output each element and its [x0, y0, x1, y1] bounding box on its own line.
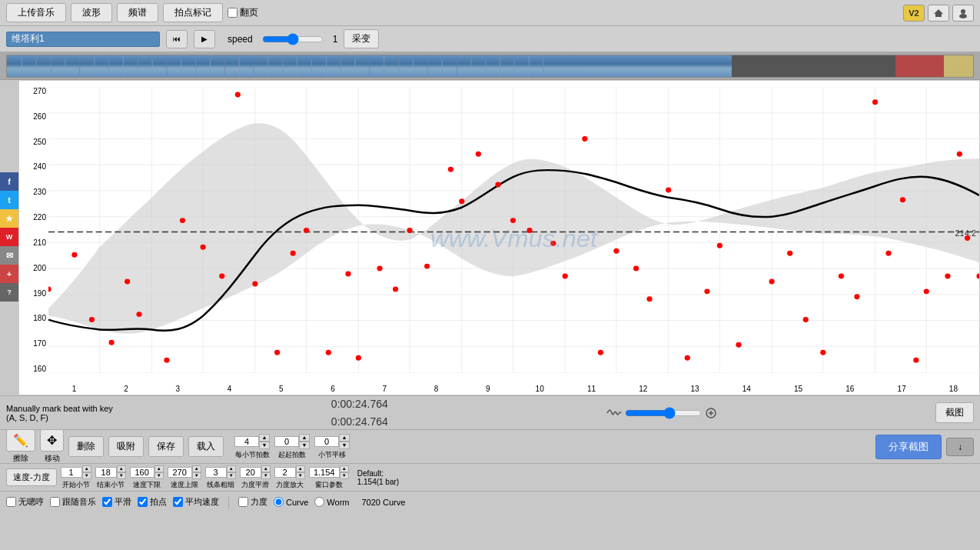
line-width-down[interactable]: ▼: [227, 472, 236, 479]
no-vocal-check-group[interactable]: 无嗯哼: [6, 496, 44, 508]
line-width-input[interactable]: [205, 467, 227, 478]
home-button[interactable]: [928, 5, 949, 22]
song-name-input[interactable]: [6, 32, 160, 47]
mail-btn[interactable]: ✉: [0, 246, 18, 265]
prev-btn[interactable]: ⏮: [166, 30, 188, 48]
attach-btn[interactable]: 吸附: [108, 436, 144, 457]
play-btn[interactable]: ▶: [194, 30, 215, 48]
worm-radio[interactable]: [314, 497, 324, 507]
beats-down[interactable]: ▼: [259, 442, 270, 449]
erase-btn[interactable]: ✏️: [6, 429, 35, 452]
force-smooth-down[interactable]: ▼: [261, 472, 271, 479]
end-bar-up[interactable]: ▲: [117, 465, 126, 472]
bar-offset-up[interactable]: ▲: [339, 434, 350, 442]
bottom-row2: 速度-力度 ▲ ▼ 开始小节 ▲ ▼ 结束小节 ▲ ▼: [0, 463, 980, 491]
force-smooth-up[interactable]: ▲: [261, 465, 271, 472]
down-btn[interactable]: ↓: [946, 438, 974, 456]
avg-speed-check-group[interactable]: 平均速度: [173, 496, 219, 508]
curve-radio-group[interactable]: Curve: [274, 497, 308, 507]
erase-label: 擦除: [13, 453, 28, 464]
speed-max-input[interactable]: [168, 467, 192, 478]
wave-slider[interactable]: [625, 407, 702, 419]
svg-point-2: [959, 14, 967, 18]
speed-min-up[interactable]: ▲: [154, 465, 164, 472]
upload-btn[interactable]: 上传音乐: [6, 3, 66, 22]
default-value: 1.154(1 bar): [357, 478, 399, 486]
twitter-btn[interactable]: t: [0, 191, 18, 209]
end-bar-input[interactable]: [95, 467, 117, 478]
start-beat-up[interactable]: ▲: [299, 434, 310, 442]
beats-up[interactable]: ▲: [259, 434, 270, 442]
force-amplify-input[interactable]: [274, 467, 296, 478]
start-bar-input[interactable]: [61, 467, 82, 478]
v2-button[interactable]: V2: [903, 5, 925, 22]
start-bar-down[interactable]: ▼: [82, 472, 91, 479]
plus-btn[interactable]: +: [0, 265, 18, 283]
window-param-up[interactable]: ▲: [340, 465, 349, 472]
speed-min-input[interactable]: [130, 467, 154, 478]
save-btn[interactable]: 保存: [148, 436, 184, 457]
data-point: [326, 350, 331, 355]
speed-slider[interactable]: [262, 33, 324, 45]
worm-radio-group[interactable]: Worm: [314, 497, 349, 507]
start-beat-input[interactable]: [274, 436, 299, 447]
start-beat-down[interactable]: ▼: [299, 442, 310, 449]
delete-btn[interactable]: 删除: [68, 436, 104, 457]
star-btn[interactable]: ★: [0, 209, 18, 228]
start-bar-up[interactable]: ▲: [82, 465, 91, 472]
follow-music-check-group[interactable]: 跟随音乐: [50, 496, 96, 508]
beat-btn[interactable]: 拍点标记: [163, 3, 223, 22]
apply-btn[interactable]: 采变: [344, 29, 379, 48]
weibo-btn[interactable]: W: [0, 228, 18, 246]
svg-rect-19: [254, 60, 254, 74]
flat-check[interactable]: [102, 497, 112, 507]
force-smooth-input[interactable]: [240, 467, 261, 478]
pitch-btn[interactable]: 频谱: [117, 3, 158, 22]
curve-radio[interactable]: [274, 497, 284, 507]
waveform-btn[interactable]: 波形: [71, 3, 112, 22]
speed-max-up[interactable]: ▲: [192, 465, 201, 472]
page-checkbox[interactable]: 翻页: [228, 6, 258, 19]
user-button[interactable]: [952, 5, 974, 22]
force-check[interactable]: [238, 497, 248, 507]
beat-check[interactable]: [138, 497, 148, 507]
x-label-12: 12: [617, 385, 669, 393]
bar-offset-spinner[interactable]: ▲ ▼: [314, 434, 350, 449]
force-amplify-up[interactable]: ▲: [296, 465, 305, 472]
bar-offset-down[interactable]: ▼: [339, 442, 350, 449]
flat-check-group[interactable]: 平滑: [102, 496, 131, 508]
window-param-down[interactable]: ▼: [340, 472, 349, 479]
bar-offset-input[interactable]: [314, 436, 339, 447]
speed-force-btn[interactable]: 速度-力度: [6, 468, 57, 486]
speed-max-down[interactable]: ▼: [192, 472, 201, 479]
data-point: [136, 312, 141, 317]
window-param-input[interactable]: [309, 467, 340, 478]
help-btn[interactable]: ?: [0, 283, 18, 302]
screenshot-btn[interactable]: 截图: [935, 402, 974, 423]
waveform-display[interactable]: [6, 55, 974, 78]
facebook-btn[interactable]: f: [0, 172, 18, 191]
data-point: [666, 187, 671, 192]
force-amplify-down[interactable]: ▼: [296, 472, 305, 479]
move-btn[interactable]: ✥: [40, 429, 64, 452]
speed-min-down[interactable]: ▼: [154, 472, 164, 479]
end-bar-down[interactable]: ▼: [117, 472, 126, 479]
page-check-input[interactable]: [228, 8, 238, 18]
force-smooth-label: 力度平滑: [241, 480, 269, 490]
force-check-group[interactable]: 力度: [238, 496, 267, 508]
svg-rect-15: [195, 56, 196, 77]
wave-control[interactable]: [606, 405, 717, 421]
beats-per-bar-input[interactable]: [234, 436, 259, 447]
start-beat-spinner[interactable]: ▲ ▼: [274, 434, 310, 449]
chart-container[interactable]: 270 260 250 240 230 220 210 200 190 180 …: [18, 80, 980, 395]
beat-check-group[interactable]: 拍点: [138, 496, 167, 508]
avg-speed-check[interactable]: [173, 497, 183, 507]
data-point: [393, 286, 398, 292]
share-btn[interactable]: 分享截图: [875, 435, 942, 459]
line-width-up[interactable]: ▲: [227, 465, 236, 472]
no-vocal-check[interactable]: [6, 497, 16, 507]
line-width-label: 线条粗细: [207, 480, 234, 490]
follow-music-check[interactable]: [50, 497, 60, 507]
beats-spinner[interactable]: ▲ ▼: [234, 434, 270, 449]
load-btn[interactable]: 载入: [188, 436, 224, 457]
